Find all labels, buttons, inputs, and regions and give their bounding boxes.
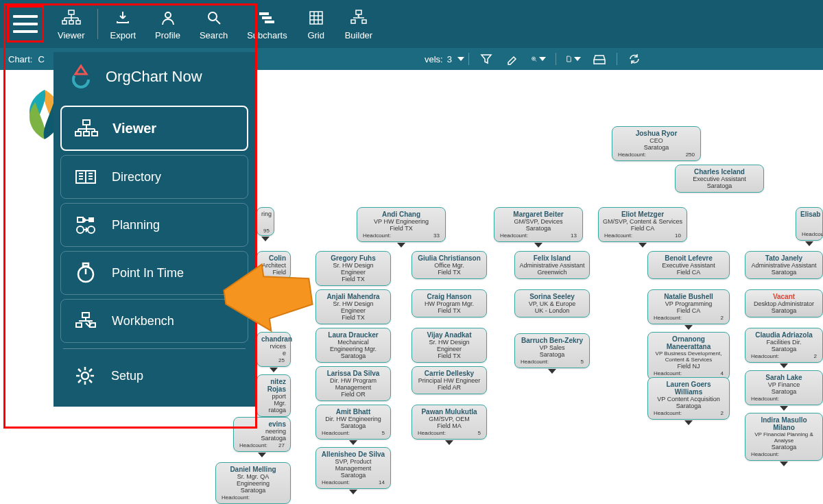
zoom-icon[interactable] [531,51,546,67]
highlight-icon[interactable] [505,51,520,67]
toolbar-label: Builder [345,30,372,40]
template-icon[interactable] [592,51,607,67]
levels-label-partial: vels: [425,54,443,64]
node-partial-chandran[interactable]: chandran rvices e 25 [257,332,291,367]
node-ea[interactable]: Charles Iceland Executive Assistant Sara… [675,165,764,193]
node-andi-chang[interactable]: Andi Chang VP HW Engineering Field TX He… [357,207,446,242]
sec-separator [556,53,556,65]
node-natalie-bushell[interactable]: Natalie Bushell VP Programming Field CA … [647,289,730,324]
svg-rect-14 [265,21,274,23]
subcharts-icon [257,8,276,27]
sec-separator [468,53,469,65]
node-benoit-lefevre[interactable]: Benoit Lefevre Executive Assistant Field… [647,251,730,279]
filter-icon[interactable] [479,51,494,67]
node-indira-masullo[interactable]: Indira Masullo Milano VP Financial Plann… [745,413,823,461]
chevron-down-icon[interactable] [457,57,464,61]
svg-rect-23 [351,20,355,23]
toolbar-label: Grid [307,30,324,40]
node-title: Executive Assistant [680,176,759,182]
node-partial[interactable]: ring 95 [257,207,274,236]
node-barruch-benzekry[interactable]: Barruch Ben-Zekry VP Sales Saratoga Head… [514,333,590,368]
node-pawan-mulukutla[interactable]: Pawan Mulukutla GM/SVP, OEM Field MA Hea… [412,405,487,440]
svg-rect-13 [262,16,272,19]
node-anjali-mahendra[interactable]: Anjali Mahendra Sr. HW Design Engineer F… [315,289,391,324]
svg-line-28 [535,60,536,62]
annotation-red-box [3,3,257,429]
node-sorina-seeley[interactable]: Sorina Seeley VP, UK & Europe UK - Londo… [514,289,590,317]
node-amit-bhatt[interactable]: Amit Bhatt Dir. HW Engineering Saratoga … [315,405,391,440]
node-carrie-dellesky[interactable]: Carrie Dellesky Principal HW Engineer Fi… [412,366,487,394]
node-giulia-christianson[interactable]: Giulia Christianson Office Mgr. Field TX [412,251,487,279]
node-ornanong[interactable]: Ornanong Maneerattana VP Business Develo… [647,332,730,380]
node-laura-draucker[interactable]: Laura Draucker Mechanical Engineering Mg… [315,328,391,363]
node-location: Saratoga [617,144,696,151]
node-sarah-lake[interactable]: Sarah Lake VP Finance Saratoga Headcount… [745,370,823,405]
node-name: Joshua Ryor [617,130,696,137]
grid-icon [307,8,326,27]
node-claudia-adriazola[interactable]: Claudia Adriazola Facilities Dir. Sarato… [745,328,823,363]
node-lauren-goers[interactable]: Lauren Goers Williams VP Content Acquisi… [647,377,730,420]
node-felix-island[interactable]: Felix Island Administrative Assistant Gr… [514,251,590,279]
node-craig-hanson[interactable]: Craig Hanson HW Program Mgr. Field TX [412,289,487,317]
node-vacant[interactable]: Vacant Desktop Administrator Saratoga [745,289,823,317]
page-icon[interactable] [566,51,581,67]
node-partial-rojas[interactable]: nitez Rojas pport Mgr. ratoga [257,374,291,417]
svg-rect-15 [310,12,322,24]
node-allenisheo-desilva[interactable]: Allenisheo De Silva SVP, Product Managem… [315,447,391,489]
refresh-icon[interactable] [627,51,642,67]
sec-separator [617,53,617,65]
annotation-arrow-icon [218,257,314,333]
node-vijay-anadkat[interactable]: Vijay Anadkat Sr. HW Design Engineer Fie… [412,328,487,363]
levels-value[interactable]: 3 [447,54,452,64]
svg-rect-20 [356,10,361,14]
svg-rect-24 [362,20,366,23]
node-ceo[interactable]: Joshua Ryor CEO Saratoga Headcount:250 [612,126,701,161]
node-eliot-metzger[interactable]: Eliot Metzger GM/SVP, Content & Services… [598,207,687,242]
node-tato-janely[interactable]: Tato Janely Administrative Assistant Sar… [745,251,823,279]
node-title: CEO [617,137,696,144]
node-name: Charles Iceland [680,168,759,176]
toolbar-builder[interactable]: Builder [335,8,382,40]
toolbar-grid[interactable]: Grid [297,8,335,40]
node-location: Saratoga [680,182,759,189]
node-daniel-melling[interactable]: Daniel Melling Sr. Mgr. QA Engineering S… [215,462,291,504]
svg-rect-12 [259,12,269,15]
builder-icon [349,8,368,27]
node-larissa-dasilva[interactable]: Larissa Da Silva Dir. HW Program Managem… [315,366,391,401]
node-margaret-beiter[interactable]: Margaret Beiter GM/SVP, Devices Saratoga… [494,207,583,242]
node-partial-elisab[interactable]: Elisab Headcount: [796,207,823,241]
node-gregory-fuhs[interactable]: Gregory Fuhs Sr. HW Design Engineer Fiel… [315,251,391,286]
